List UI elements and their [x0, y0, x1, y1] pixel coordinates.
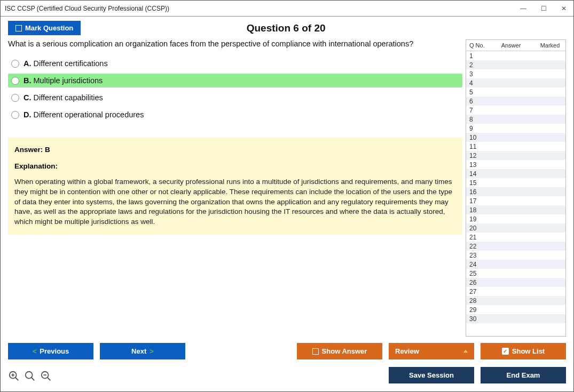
list-row[interactable]: 27	[466, 287, 565, 296]
option-label: D. Different operational procedures	[23, 110, 144, 119]
list-row[interactable]: 21	[466, 233, 565, 242]
row-qno: 25	[466, 270, 485, 277]
list-row[interactable]: 2	[466, 60, 565, 69]
row-qno: 21	[466, 234, 485, 241]
row-qno: 24	[466, 261, 485, 268]
header-qno: Q No.	[467, 42, 486, 49]
row-qno: 7	[466, 107, 485, 114]
option-label: C. Different capabilities	[23, 93, 103, 102]
next-button[interactable]: Next >	[100, 343, 185, 359]
row-qno: 22	[466, 243, 485, 250]
list-row[interactable]: 30	[466, 314, 565, 323]
list-row[interactable]: 20	[466, 223, 565, 233]
maximize-button[interactable]: ☐	[538, 5, 549, 12]
list-row[interactable]: 9	[466, 124, 565, 133]
end-exam-button[interactable]: End Exam	[481, 367, 566, 383]
explanation-box: Answer: B Explanation: When operating wi…	[8, 138, 462, 235]
row-qno: 30	[466, 315, 485, 323]
zoom-controls	[8, 370, 52, 385]
list-row[interactable]: 29	[466, 305, 565, 314]
list-row[interactable]: 14	[466, 169, 565, 178]
option-d[interactable]: D. Different operational procedures	[8, 108, 462, 122]
question-counter: Question 6 of 20	[81, 22, 491, 34]
row-qno: 16	[466, 188, 485, 196]
list-row[interactable]: 13	[466, 160, 565, 169]
list-row[interactable]: 18	[466, 205, 565, 214]
row-qno: 1	[466, 52, 485, 60]
list-row[interactable]: 7	[466, 106, 565, 115]
list-row[interactable]: 28	[466, 296, 565, 305]
explanation-text: When operating within a global framework…	[14, 177, 456, 227]
row-qno: 27	[466, 288, 485, 295]
show-list-button[interactable]: ✓ Show List	[481, 343, 566, 359]
chevron-right-icon: >	[150, 347, 154, 355]
previous-label: Previous	[40, 347, 69, 355]
row-qno: 18	[466, 206, 485, 214]
show-answer-label: Show Answer	[322, 347, 367, 355]
list-row[interactable]: 24	[466, 260, 565, 269]
list-row[interactable]: 1	[466, 51, 565, 60]
chevron-left-icon: <	[33, 347, 37, 355]
svg-point-4	[26, 372, 33, 379]
options-list: A. Different certificationsB. Multiple j…	[8, 57, 462, 122]
question-text: What is a serious complication an organi…	[8, 39, 462, 48]
radio-icon	[11, 77, 19, 85]
header-row: Mark Question Question 6 of 20	[1, 17, 573, 35]
list-row[interactable]: 15	[466, 178, 565, 187]
row-qno: 12	[466, 152, 485, 159]
previous-button[interactable]: < Previous	[8, 343, 93, 359]
answer-line: Answer: B	[14, 145, 456, 155]
list-row[interactable]: 10	[466, 133, 565, 142]
option-label: A. Different certifications	[23, 59, 108, 68]
zoom-out-icon[interactable]	[40, 370, 52, 385]
header-answer: Answer	[486, 42, 536, 49]
list-row[interactable]: 4	[466, 78, 565, 87]
row-qno: 2	[466, 61, 485, 69]
list-row[interactable]: 12	[466, 151, 565, 160]
row-qno: 29	[466, 306, 485, 314]
save-session-label: Save Session	[409, 371, 454, 379]
list-row[interactable]: 23	[466, 251, 565, 260]
show-answer-button[interactable]: Show Answer	[297, 343, 382, 359]
mark-question-button[interactable]: Mark Question	[8, 21, 81, 35]
app-window: ISC CCSP (Certified Cloud Security Profe…	[0, 0, 574, 392]
next-label: Next	[131, 347, 146, 355]
zoom-in-icon[interactable]	[24, 370, 36, 385]
window-title: ISC CCSP (Certified Cloud Security Profe…	[5, 5, 169, 12]
list-row[interactable]: 3	[466, 69, 565, 78]
row-qno: 8	[466, 116, 485, 123]
list-row[interactable]: 8	[466, 115, 565, 124]
row-qno: 3	[466, 70, 485, 78]
option-b[interactable]: B. Multiple jurisdictions	[8, 74, 462, 87]
show-list-label: Show List	[512, 347, 545, 355]
list-row[interactable]: 22	[466, 242, 565, 251]
option-a[interactable]: A. Different certifications	[8, 57, 462, 70]
row-qno: 10	[466, 134, 485, 141]
list-row[interactable]: 17	[466, 196, 565, 205]
radio-icon	[11, 60, 19, 68]
save-session-button[interactable]: Save Session	[389, 367, 474, 383]
question-panel: What is a serious complication an organi…	[8, 39, 462, 337]
titlebar: ISC CCSP (Certified Cloud Security Profe…	[1, 1, 573, 17]
list-row[interactable]: 5	[466, 87, 565, 97]
radio-icon	[11, 111, 19, 119]
row-qno: 20	[466, 225, 485, 232]
radio-icon	[11, 94, 19, 102]
zoom-reset-icon[interactable]	[8, 370, 20, 385]
list-row[interactable]: 11	[466, 142, 565, 151]
row-qno: 9	[466, 125, 485, 132]
check-icon: ✓	[502, 348, 509, 355]
question-list-panel: Q No. Answer Marked 12345678910111213141…	[466, 39, 566, 337]
row-qno: 6	[466, 98, 485, 105]
close-button[interactable]: ✕	[559, 5, 569, 12]
list-row[interactable]: 25	[466, 269, 565, 278]
review-button[interactable]: Review	[389, 343, 474, 359]
minimize-button[interactable]: —	[518, 5, 529, 12]
list-row[interactable]: 19	[466, 214, 565, 223]
list-row[interactable]: 16	[466, 187, 565, 196]
list-row[interactable]: 6	[466, 97, 565, 106]
option-c[interactable]: C. Different capabilities	[8, 91, 462, 105]
header-marked: Marked	[536, 42, 564, 49]
list-row[interactable]: 26	[466, 278, 565, 287]
question-list[interactable]: 1234567891011121314151617181920212223242…	[466, 51, 565, 336]
